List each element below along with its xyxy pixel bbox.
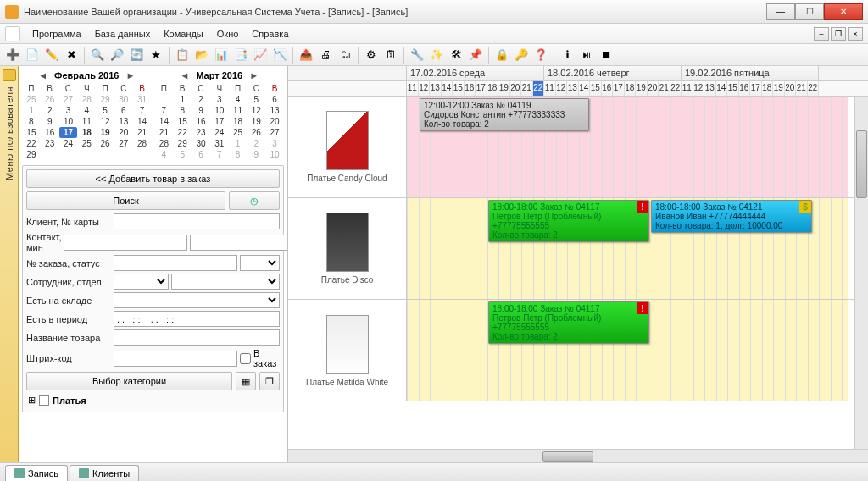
calendar-feb[interactable]: ◄Февраль 2016►ПВСЧПСВ2526272829303112345…	[22, 68, 152, 160]
label-order: № заказа, статус	[26, 258, 111, 268]
in-order-checkbox[interactable]: В заказ	[240, 348, 280, 368]
toolbar-btn-14[interactable]: 📤	[297, 46, 315, 64]
day-18.02.2016 четверг: 18.02.2016 четверг	[544, 66, 682, 80]
toolbar-btn-20[interactable]: ✨	[427, 46, 446, 64]
toolbar-btn-8[interactable]: 📋	[173, 46, 192, 64]
label-employee: Сотрудник, отдел	[26, 277, 111, 287]
resource-image	[326, 315, 369, 374]
clock-button[interactable]: ◷	[229, 191, 280, 210]
tab-Запись[interactable]: Запись	[5, 465, 68, 481]
period-input[interactable]	[114, 311, 280, 327]
copy-button[interactable]: ❐	[259, 372, 280, 390]
toolbar-btn-19[interactable]: 🔧	[408, 46, 426, 64]
toolbar-btn-26[interactable]: ℹ	[558, 46, 576, 64]
toolbar-btn-9[interactable]: 📂	[192, 46, 211, 64]
tree-expand-icon[interactable]: ⊞	[28, 395, 36, 406]
minimize-button[interactable]: —	[766, 3, 795, 20]
warn-badge: !	[637, 302, 648, 314]
menu-Программа[interactable]: Программа	[25, 26, 88, 41]
contact-input[interactable]	[64, 235, 187, 251]
toolbar: ➕📄✏️✖🔍🔎🔄★📋📂📊📑📈📉📤🖨🗂⚙🗓🔧✨🛠📌🔒🔑❓ℹ⏯⏹	[0, 44, 868, 66]
toolbar-btn-7[interactable]: ★	[147, 46, 165, 64]
resource-name: Платье Candy Cloud	[307, 174, 387, 183]
toolbar-btn-28[interactable]: ⏹	[597, 46, 615, 64]
resource-row: Платье Disco18:00-18:00 Заказ № 04117Пет…	[288, 198, 868, 300]
toolbar-btn-17[interactable]: ⚙	[362, 46, 381, 64]
money-badge: $	[799, 201, 811, 213]
calendar-mar[interactable]: ◄Март 2016►ПВСЧПСВ1234567891011121314151…	[155, 68, 285, 160]
toolbar-btn-16[interactable]: 🗂	[336, 46, 354, 64]
toolbar-btn-13[interactable]: 📉	[270, 46, 289, 64]
category-button[interactable]: Выбор категории	[26, 372, 232, 390]
menu-База данных[interactable]: База данных	[88, 26, 158, 41]
day-17.02.2016 среда: 17.02.2016 среда	[407, 66, 544, 80]
toolbar-btn-25[interactable]: ❓	[531, 46, 550, 64]
label-inperiod: Есть в период	[26, 314, 111, 324]
toolbar-btn-10[interactable]: 📊	[212, 46, 231, 64]
toolbar-btn-0[interactable]: ➕	[3, 46, 22, 64]
resource-row: Платье Candy Cloud12:00-12:00 Заказ № 04…	[288, 97, 868, 198]
menu-app-icon[interactable]	[5, 26, 20, 41]
toolbar-btn-12[interactable]: 📈	[251, 46, 270, 64]
label-product: Название товара	[26, 333, 111, 343]
status-select[interactable]	[240, 255, 280, 271]
toolbar-btn-11[interactable]: 📑	[231, 46, 250, 64]
add-to-order-button[interactable]: << Добавить товар в заказ	[26, 169, 280, 188]
toolbar-btn-27[interactable]: ⏯	[577, 46, 596, 64]
schedule: 17.02.2016 среда18.02.2016 четверг19.02.…	[288, 66, 868, 462]
hour-header: 1112131415161718192021221112131415161718…	[288, 81, 868, 97]
toolbar-btn-18[interactable]: 🗓	[381, 46, 400, 64]
grid-button[interactable]: ▦	[236, 372, 256, 390]
toolbar-btn-22[interactable]: 📌	[466, 46, 485, 64]
resource-row: Платье Matilda White18:00-18:00 Заказ № …	[288, 300, 868, 401]
appointment[interactable]: 12:00-12:00 Заказ № 04119Сидоров Констан…	[420, 98, 589, 131]
appointment[interactable]: 18:00-18:00 Заказ № 04117Петров Петр (Пр…	[488, 200, 649, 242]
search-button[interactable]: Поиск	[26, 191, 225, 210]
toolbar-btn-5[interactable]: 🔎	[108, 46, 126, 64]
vertical-scrollbar[interactable]	[854, 97, 868, 449]
toolbar-btn-1[interactable]: 📄	[23, 46, 42, 64]
toolbar-btn-6[interactable]: 🔄	[127, 46, 146, 64]
toolbar-btn-4[interactable]: 🔍	[88, 46, 107, 64]
employee-select[interactable]	[114, 274, 169, 290]
product-input[interactable]	[114, 329, 280, 346]
label-barcode: Штрих-код	[26, 353, 111, 363]
toolbar-btn-15[interactable]: 🖨	[316, 46, 335, 64]
day-19.02.2016 пятница: 19.02.2016 пятница	[682, 66, 819, 80]
folder-icon	[3, 69, 16, 81]
left-panel: ◄Февраль 2016►ПВСЧПСВ2526272829303112345…	[19, 66, 288, 462]
toolbar-btn-24[interactable]: 🔑	[512, 46, 531, 64]
toolbar-btn-2[interactable]: ✏️	[42, 46, 61, 64]
instock-select[interactable]	[114, 292, 280, 308]
menu-Окно[interactable]: Окно	[210, 26, 246, 41]
schedule-body[interactable]: Платье Candy Cloud12:00-12:00 Заказ № 04…	[288, 97, 868, 449]
horizontal-scrollbar[interactable]	[288, 449, 868, 462]
toolbar-btn-3[interactable]: ✖	[62, 46, 81, 64]
close-button[interactable]: ✕	[824, 3, 863, 20]
toolbar-btn-21[interactable]: 🛠	[447, 46, 465, 64]
contact-min-input[interactable]	[190, 235, 288, 251]
tree-item-dresses[interactable]: ⊞ Платья	[26, 392, 280, 408]
resource-name: Платье Disco	[321, 275, 374, 285]
appointment[interactable]: 18:00-18:00 Заказ № 04121Иванов Иван +77…	[651, 200, 812, 233]
appointment[interactable]: 18:00-18:00 Заказ № 04117Петров Петр (Пр…	[488, 301, 649, 344]
clock-icon: ◷	[250, 196, 259, 207]
resource-image	[326, 213, 369, 272]
tree-checkbox[interactable]	[39, 395, 49, 406]
maximize-button[interactable]: ☐	[795, 3, 824, 20]
mdi-close[interactable]: ×	[848, 27, 863, 41]
order-input[interactable]	[114, 255, 237, 271]
mdi-restore[interactable]: ❐	[831, 27, 846, 41]
tab-Клиенты[interactable]: Клиенты	[70, 465, 139, 481]
user-menu-strip[interactable]: Меню пользователя	[0, 66, 19, 462]
day-header: 17.02.2016 среда18.02.2016 четверг19.02.…	[288, 66, 868, 81]
menu-Команды[interactable]: Команды	[157, 26, 210, 41]
barcode-input[interactable]	[114, 351, 237, 367]
toolbar-btn-23[interactable]: 🔒	[492, 46, 511, 64]
client-input[interactable]	[114, 213, 280, 229]
warn-badge: !	[637, 201, 648, 213]
mdi-minimize[interactable]: –	[814, 27, 829, 41]
menu-Справка[interactable]: Справка	[245, 26, 295, 41]
tabs: ЗаписьКлиенты	[0, 462, 868, 481]
dept-select[interactable]	[171, 274, 280, 290]
